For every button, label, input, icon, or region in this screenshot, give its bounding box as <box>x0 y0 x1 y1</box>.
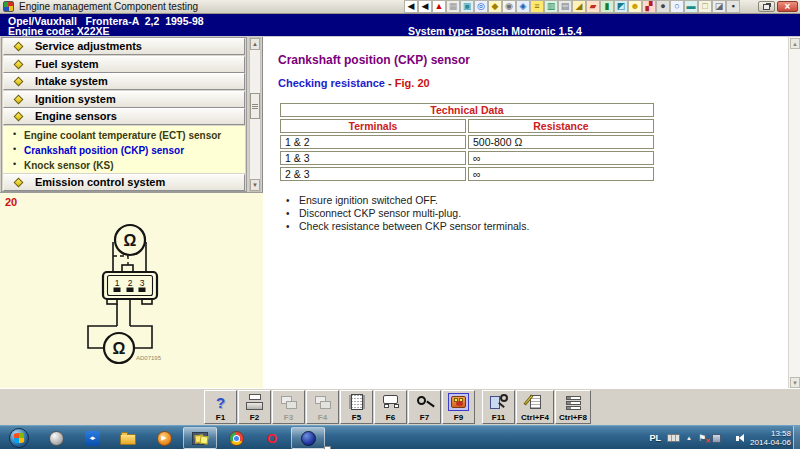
spark-plug-icon[interactable]: ◆ <box>488 0 502 13</box>
image-icon[interactable]: ▣ <box>460 0 474 13</box>
pen-icon[interactable]: ◢ <box>572 0 586 13</box>
taskbar-item-explorer[interactable] <box>111 427 145 449</box>
pump-icon[interactable]: ◈ <box>516 0 530 13</box>
lift-icon[interactable]: ▥ <box>544 0 558 13</box>
car-icon[interactable]: ▬ <box>684 0 698 13</box>
back-icon[interactable]: ◀ <box>418 0 432 13</box>
brake-disc-icon[interactable]: ◉ <box>502 0 516 13</box>
folder-icon <box>120 434 136 445</box>
separator: - <box>385 77 395 89</box>
search-document-button[interactable]: F11 <box>482 390 515 424</box>
exit-icon[interactable]: ▪ <box>726 0 740 13</box>
question-glyph: ? <box>216 394 225 411</box>
diamond-icon <box>14 95 24 105</box>
sidebar-item-engine-sensors[interactable]: Engine sensors <box>3 108 245 125</box>
component-button[interactable]: F6 <box>374 390 407 424</box>
doc-icon[interactable]: □ <box>698 0 712 13</box>
press-icon[interactable]: ▤ <box>558 0 572 13</box>
control-module-button[interactable]: F5 <box>340 390 373 424</box>
gauge-icon[interactable]: ◎ <box>474 0 488 13</box>
flag-tool-icon[interactable]: ◩ <box>614 0 628 13</box>
taskbar-item-sticky-notes[interactable] <box>183 427 217 449</box>
scroll-up-icon[interactable]: ▲ <box>790 38 800 49</box>
search-document-icon <box>483 391 514 413</box>
sidebar-item-fuel-system[interactable]: Fuel system <box>3 56 245 73</box>
scroll-down-icon[interactable]: ▼ <box>790 377 800 388</box>
active-highlight <box>448 393 469 411</box>
taskbar-item-teamviewer[interactable]: ◂▸ <box>75 427 109 449</box>
bullet-icon: • <box>286 220 290 233</box>
first-page-icon[interactable]: ◀ <box>404 0 418 13</box>
diamond-icon <box>14 178 24 188</box>
volume-icon[interactable] <box>736 434 744 442</box>
restore-button[interactable] <box>758 1 775 12</box>
notes-icon <box>517 391 553 413</box>
taskbar-item-diagnostics-app[interactable] <box>291 427 325 449</box>
help-button[interactable]: ? F1 <box>204 390 237 424</box>
person-icon[interactable]: ○ <box>670 0 684 13</box>
fkey-label: F9 <box>454 413 463 422</box>
sidebar-item-service-adjustments[interactable]: Service adjustments <box>3 38 245 55</box>
language-indicator[interactable]: PL <box>650 433 662 443</box>
engine-icon[interactable]: ▞ <box>642 0 656 13</box>
instruction-list: • Ensure ignition switched OFF. • Discon… <box>286 194 529 233</box>
sidebar-item-emission-control[interactable]: Emission control system <box>3 174 245 191</box>
action-center-flag-icon[interactable]: ⚑× <box>698 433 706 443</box>
content-scrollbar[interactable]: ▲ ▼ <box>788 37 800 389</box>
check-label: Checking resistance <box>278 77 385 89</box>
taskbar-item-chrome[interactable] <box>219 427 253 449</box>
engine-sensors-submenu: • Engine coolant temperature (ECT) senso… <box>3 126 245 173</box>
scrollbar-thumb[interactable] <box>250 93 260 119</box>
copy-icon[interactable]: ▦ <box>446 0 460 13</box>
speaker-cone <box>739 434 744 442</box>
figure-reference[interactable]: Fig. 20 <box>395 77 430 89</box>
diagnostics-app-icon <box>301 431 316 446</box>
sticky-notes-icon <box>192 432 208 445</box>
battery-icon[interactable]: ▮ <box>600 0 614 13</box>
pin-2-label: 2 <box>128 278 133 288</box>
column-header-resistance: Resistance <box>468 119 654 133</box>
sidebar-item-intake-system[interactable]: Intake system <box>3 73 245 90</box>
sidebar-item-ignition-system[interactable]: Ignition system <box>3 91 245 108</box>
close-button[interactable]: × <box>777 1 798 12</box>
level-check-icon[interactable]: ≡ <box>530 0 544 13</box>
keyboard-icon[interactable] <box>667 434 680 442</box>
submenu-item-knock-sensor[interactable]: • Knock sensor (KS) <box>3 160 245 173</box>
diamond-icon <box>14 42 24 52</box>
fkey-label: F7 <box>420 413 429 422</box>
print-button[interactable]: F2 <box>238 390 271 424</box>
folder-tab <box>121 432 128 435</box>
diamond-icon <box>14 77 24 87</box>
hidden-icons-chevron[interactable]: ▲ <box>686 435 692 441</box>
magnifier-lens <box>500 394 508 402</box>
sidebar-scrollbar[interactable]: ▲ ▼ <box>249 37 261 192</box>
pin-1-label: 1 <box>115 278 120 288</box>
submenu-item-ect-sensor[interactable]: • Engine coolant temperature (ECT) senso… <box>3 130 245 143</box>
taskbar-item-media-player[interactable]: ▶ <box>147 427 181 449</box>
tray-clock[interactable]: 13:58 2014-04-06 <box>750 429 791 447</box>
tools-icon[interactable]: ◪ <box>712 0 726 13</box>
smiley-icon[interactable]: ☻ <box>628 0 642 13</box>
index-list-button[interactable]: Ctrl+F8 <box>555 390 591 424</box>
module-icon[interactable]: ▰ <box>586 0 600 13</box>
pin-3-label: 3 <box>140 278 145 288</box>
show-desktop-button[interactable] <box>793 426 800 449</box>
scroll-down-icon[interactable]: ▼ <box>250 179 260 191</box>
connector-view-button[interactable]: F9 <box>442 390 475 424</box>
taskbar-item-gray-app[interactable] <box>39 427 73 449</box>
network-signal-icon[interactable] <box>727 433 730 443</box>
start-button[interactable] <box>0 426 38 449</box>
notes-button[interactable]: Ctrl+F4 <box>516 390 554 424</box>
fkey-label: F1 <box>216 413 225 422</box>
sidebar-item-label: Emission control system <box>35 176 165 188</box>
taskbar-item-opera[interactable]: O <box>255 427 289 449</box>
disc-icon[interactable]: ● <box>656 0 670 13</box>
submenu-item-ckp-sensor[interactable]: • Crankshaft position (CKP) sensor <box>3 145 245 158</box>
scroll-up-icon[interactable]: ▲ <box>250 38 260 50</box>
gray-sphere-icon <box>49 431 64 446</box>
probe-button[interactable]: F7 <box>408 390 441 424</box>
tray-app-icon[interactable] <box>712 434 721 443</box>
fkey-label: F6 <box>386 413 395 422</box>
warning-icon[interactable]: ▲ <box>432 0 446 13</box>
chrome-icon <box>229 431 244 446</box>
